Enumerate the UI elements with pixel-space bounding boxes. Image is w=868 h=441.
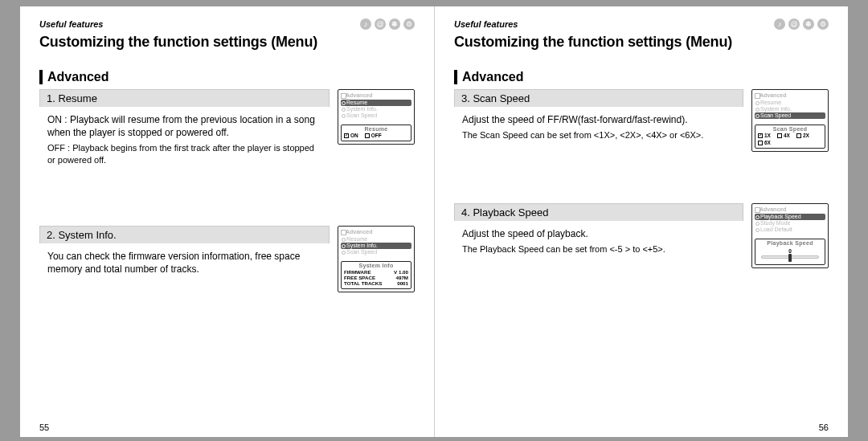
- item-body-resume: ON : Playback will resume from the previ…: [39, 107, 330, 174]
- item-body-scan: Adjust the speed of FF/RW(fast-forward/f…: [454, 107, 743, 149]
- page-number: 56: [819, 423, 829, 432]
- item-title-resume: 1. Resume: [39, 89, 330, 107]
- gear-icon: ⚙: [403, 18, 415, 30]
- page-left: Useful features ♪ @ ✽ ⚙ Customizing the …: [20, 6, 434, 437]
- page-header: Useful features ♪ @ ✽ ⚙: [39, 18, 415, 31]
- manual-spread: Useful features ♪ @ ✽ ⚙ Customizing the …: [20, 6, 848, 437]
- device-menu-head: Advanced: [755, 92, 825, 100]
- device-row: System Info.: [755, 106, 825, 112]
- music-note-icon: ♪: [360, 18, 371, 30]
- option-4x: 4X: [777, 133, 790, 138]
- useful-features-label: Useful features: [454, 19, 518, 29]
- header-icons: ♪ @ ✽ ⚙: [774, 18, 829, 30]
- slider-thumb: [788, 254, 792, 262]
- device-row: Scan Speed: [755, 112, 825, 119]
- item-body-sysinfo: You can check the firmware version infor…: [39, 243, 330, 284]
- device-row: System Info.: [341, 243, 411, 249]
- spiral-icon: @: [375, 18, 386, 30]
- section-advanced: Advanced: [39, 70, 415, 84]
- page-title: Customizing the function settings (Menu): [454, 34, 829, 51]
- device-row: System Info.: [341, 106, 411, 112]
- device-menu-head: Advanced: [341, 92, 411, 100]
- item-playback-speed: 4. Playback Speed Adjust the speed of pl…: [454, 203, 829, 268]
- item-title-scan: 3. Scan Speed: [454, 89, 743, 107]
- device-row: Study Mode: [755, 220, 825, 227]
- device-menu-head: Advanced: [755, 206, 825, 214]
- item-resume: 1. Resume ON : Playback will resume from…: [39, 89, 415, 174]
- slider-track: [761, 255, 819, 259]
- device-row: Scan Speed: [341, 112, 411, 119]
- section-advanced: Advanced: [454, 70, 829, 84]
- option-on: ON: [344, 133, 358, 138]
- device-row: Playback Speed: [755, 214, 825, 220]
- playback-body: Adjust the speed of playback.: [462, 228, 588, 239]
- kv-key: TOTAL TRACKS: [344, 280, 386, 286]
- kv-val: V 1.00: [391, 269, 408, 275]
- playback-slider: 0: [758, 247, 822, 262]
- device-row: Scan Speed: [341, 249, 411, 255]
- fan-icon: ✽: [803, 18, 814, 30]
- kv-val: 497M: [391, 275, 408, 280]
- item-title-playback: 4. Playback Speed: [454, 203, 743, 221]
- device-row: Resume: [755, 100, 825, 106]
- gear-icon: ⚙: [817, 18, 829, 30]
- header-icons: ♪ @ ✽ ⚙: [360, 18, 415, 30]
- device-panel-title: Playback Speed: [758, 240, 822, 247]
- scan-body: Adjust the speed of FF/RW(fast-forward/f…: [462, 114, 688, 125]
- device-preview-sysinfo: Advanced Resume System Info. Scan Speed …: [338, 226, 415, 292]
- item-body-playback: Adjust the speed of playback. The Playba…: [454, 221, 743, 263]
- fan-icon: ✽: [389, 18, 400, 30]
- kv-val: 0001: [391, 280, 408, 286]
- device-panel-title: Resume: [344, 126, 408, 133]
- device-menu-head: Advanced: [341, 228, 411, 236]
- item-scan-speed: 3. Scan Speed Adjust the speed of FF/RW(…: [454, 89, 829, 152]
- page-right: Useful features ♪ @ ✽ ⚙ Customizing the …: [434, 6, 848, 437]
- device-row: Resume: [341, 236, 411, 243]
- section-label: Advanced: [47, 70, 108, 84]
- kv-key: FREE SPACE: [344, 275, 386, 280]
- device-preview-playback: Advanced Playback Speed Study Mode Load …: [751, 203, 829, 268]
- kv-key: FIRMWARE: [344, 269, 386, 275]
- resume-on-text: ON : Playback will resume from the previ…: [47, 114, 315, 138]
- slider-value: 0: [761, 248, 819, 254]
- playback-detail: The Playback Speed can be set from <-5 >…: [462, 243, 735, 255]
- music-note-icon: ♪: [774, 18, 785, 30]
- device-panel-title: Scan Speed: [758, 126, 822, 133]
- useful-features-label: Useful features: [39, 19, 103, 29]
- page-header: Useful features ♪ @ ✽ ⚙: [454, 18, 829, 31]
- device-preview-resume: Advanced Resume System Info. Scan Speed …: [338, 89, 415, 145]
- device-preview-scan: Advanced Resume System Info. Scan Speed …: [751, 89, 829, 152]
- device-row: Resume: [341, 100, 411, 106]
- option-1x: 1X: [758, 133, 771, 138]
- resume-off-text: OFF : Playback begins from the first tra…: [47, 142, 321, 166]
- page-title: Customizing the function settings (Menu): [39, 34, 415, 51]
- spiral-icon: @: [788, 18, 800, 30]
- device-panel-title: System Info: [344, 263, 408, 269]
- section-marker: [39, 70, 43, 84]
- option-2x: 2X: [796, 133, 809, 138]
- option-off: OFF: [365, 133, 382, 138]
- device-row: Load Default: [755, 227, 825, 233]
- scan-detail: The Scan Speed can be set from <1X>, <2X…: [462, 129, 735, 141]
- option-6x: 6X: [758, 140, 771, 145]
- section-marker: [454, 70, 457, 84]
- item-title-sysinfo: 2. System Info.: [39, 226, 330, 243]
- page-number: 55: [39, 423, 49, 432]
- section-label: Advanced: [462, 70, 523, 84]
- item-system-info: 2. System Info. You can check the firmwa…: [39, 226, 415, 292]
